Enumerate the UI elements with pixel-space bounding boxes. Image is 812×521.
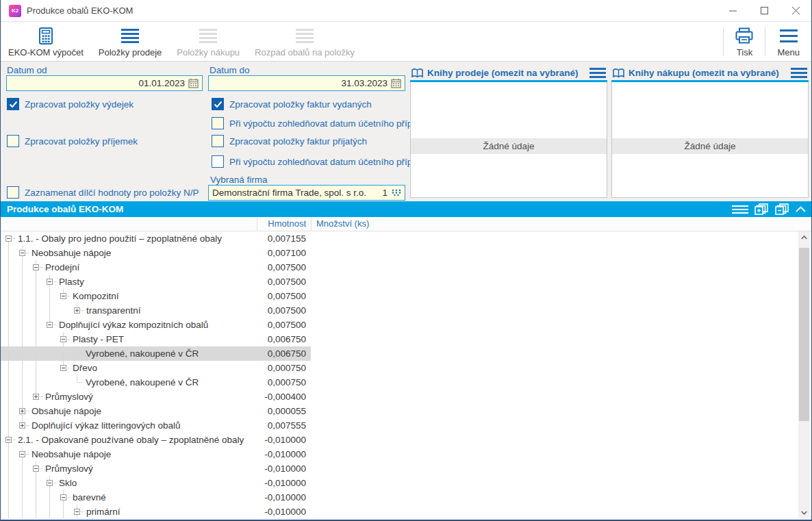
checkbox-unchecked[interactable]: Při výpočtu zohledňovat datum účetního p… (212, 117, 430, 129)
checkbox-box[interactable] (212, 117, 224, 129)
checkmark-icon[interactable] (7, 98, 19, 110)
tree-row[interactable]: Neobsahuje nápoje0,007100 (1, 246, 798, 260)
collapse-icon[interactable] (5, 437, 12, 443)
tree-row[interactable]: Kompozitní0,007500 (1, 289, 798, 303)
tree-guide-line (63, 346, 64, 361)
checkbox-unchecked[interactable]: Zaznamenat dílčí hodnoty pro položky N/P (7, 186, 199, 199)
date-from-input[interactable]: 01.01.2023 (6, 75, 203, 91)
collapse-icon[interactable] (60, 293, 66, 299)
collapse-icon[interactable] (60, 365, 66, 371)
collapse-icon[interactable] (5, 236, 12, 242)
tree-row[interactable]: Vyrobené, nakoupené v ČR0,000750 (1, 375, 798, 390)
tree-guide-line (26, 454, 29, 455)
tree-row[interactable]: Dřevo0,000750 (1, 361, 798, 375)
tree-label: Průmyslový (45, 461, 93, 476)
checkbox-box[interactable] (7, 186, 19, 199)
date-to-input[interactable]: 31.03.2023 (208, 75, 405, 91)
tree-guide-line (8, 303, 9, 318)
lookup-dots-icon[interactable] (392, 189, 401, 196)
scroll-down-icon[interactable] (798, 507, 810, 518)
tree-row[interactable]: Průmyslový-0,000400 (1, 390, 798, 404)
panel-body[interactable]: Žádné údaje (410, 82, 607, 198)
tree-weight-value: -0,010000 (257, 490, 311, 505)
checkbox-box[interactable] (212, 155, 224, 168)
tree-row[interactable]: Plasty0,007500 (1, 275, 798, 289)
panel-body[interactable]: Žádné údaje (611, 82, 809, 198)
collapse-icon[interactable] (19, 451, 25, 457)
company-input[interactable]: Demonstrační firma Trade, spol. s r.o. 1 (208, 185, 405, 201)
tree-row[interactable]: barevné-0,010000 (1, 490, 798, 505)
close-button[interactable] (780, 0, 811, 21)
collapse-panel-icon[interactable] (796, 206, 806, 212)
calendar-icon[interactable] (391, 78, 401, 88)
vertical-scrollbar[interactable] (798, 231, 810, 518)
expand-icon[interactable] (19, 408, 25, 414)
collapse-icon[interactable] (60, 494, 66, 500)
expand-all-icon[interactable] (754, 203, 769, 215)
tree-row[interactable]: 2.1. - Opakovaně používané obaly – zpopl… (1, 433, 798, 447)
tree-row[interactable]: Neobsahuje nápoje-0,010000 (1, 447, 798, 461)
title-bar: K2 Produkce obalů EKO-KOM (1, 0, 811, 22)
tree-row[interactable]: Doplňující výkaz kompozitních obalů0,007… (1, 318, 798, 332)
checkbox-checked[interactable]: Zpracovat položky faktur vydaných (212, 98, 372, 110)
collapse-all-icon[interactable] (775, 203, 789, 215)
checkbox-unchecked[interactable]: Při výpočtu zohledňovat datum účetního p… (212, 155, 430, 168)
collapse-icon[interactable] (19, 250, 25, 256)
tree-row[interactable]: 1.1. - Obaly pro jedno použití – zpoplat… (1, 231, 798, 246)
expand-icon[interactable] (33, 394, 39, 400)
panel-menu-icon[interactable] (589, 68, 606, 78)
column-mnozstvi[interactable]: Množství (ks) (316, 217, 369, 231)
tree-guide-line (22, 289, 23, 303)
tisk-button[interactable]: Tisk (728, 23, 761, 61)
tree-row[interactable]: transparentní0,007500 (1, 303, 798, 318)
tree-guide-line (8, 418, 9, 433)
tree-weight-value: 0,007555 (257, 418, 311, 433)
collapse-icon[interactable] (33, 466, 39, 472)
collapse-icon[interactable] (60, 336, 66, 342)
expand-icon[interactable] (19, 422, 25, 429)
maximize-button[interactable] (748, 0, 780, 21)
tree-guide-line (36, 303, 36, 318)
checkbox-box[interactable] (212, 135, 224, 147)
tree-weight-value: -0,010000 (257, 505, 311, 518)
collapse-icon[interactable] (47, 480, 53, 486)
tree-label: Průmyslový (45, 390, 93, 404)
calendar-icon[interactable] (188, 78, 199, 88)
tree-row[interactable]: Doplňující výkaz litteringových obalů0,0… (1, 418, 798, 433)
tree-row[interactable]: Plasty - PET0,006750 (1, 332, 798, 346)
knihy-prodeje-panel: Knihy prodeje (omezit na vybrané) Žádné … (410, 66, 607, 200)
toolbar-separator (765, 27, 765, 56)
grid-menu-icon[interactable] (732, 205, 748, 214)
grid-column-header[interactable]: Hmotnost (t) Množství (ks) (1, 217, 811, 231)
tree-guide-line (77, 353, 84, 354)
panel-menu-icon[interactable] (791, 68, 807, 78)
tree-row[interactable]: Prodejní0,007500 (1, 260, 798, 275)
tree-row[interactable]: Průmyslový-0,010000 (1, 461, 798, 476)
scrollbar-thumb[interactable] (799, 248, 809, 421)
checkmark-icon[interactable] (212, 98, 224, 110)
ekokom-vypocet-button[interactable]: EKO-KOM výpočet (1, 23, 91, 61)
polozky-prodeje-button[interactable]: Položky prodeje (91, 23, 170, 61)
expand-icon[interactable] (74, 307, 80, 314)
checkbox-unchecked[interactable]: Zpracovat položky příjemek (7, 135, 138, 147)
checkbox-checked[interactable]: Zpracovat položky výdejek (7, 98, 134, 110)
checkbox-box[interactable] (7, 135, 19, 147)
tree-guide-line (8, 390, 9, 404)
book-icon (613, 68, 624, 78)
checkbox-unchecked[interactable]: Zpracovat položky faktur přijatých (212, 135, 367, 147)
tree-row[interactable]: Sklo-0,010000 (1, 476, 798, 490)
tree-label: Obsahuje nápoje (31, 404, 101, 418)
collapse-icon[interactable] (47, 322, 53, 328)
tree-label: 2.1. - Opakovaně používané obaly – zpopl… (18, 433, 244, 447)
scroll-up-icon[interactable] (798, 231, 810, 243)
tree-row[interactable]: Obsahuje nápoje0,000055 (1, 404, 798, 418)
tree-row[interactable]: primární-0,010000 (1, 505, 798, 518)
tree-row[interactable]: Vyrobené, nakoupené v ČR0,006750 (1, 346, 798, 361)
app-window: K2 Produkce obalů EKO-KOM EKO-KOM výpoče… (0, 0, 812, 521)
collapse-icon[interactable] (74, 509, 80, 515)
minimize-button[interactable] (717, 0, 748, 21)
menu-button[interactable]: Menu (770, 23, 807, 61)
tree-guide-line (36, 490, 36, 505)
collapse-icon[interactable] (47, 279, 53, 285)
collapse-icon[interactable] (33, 264, 39, 270)
